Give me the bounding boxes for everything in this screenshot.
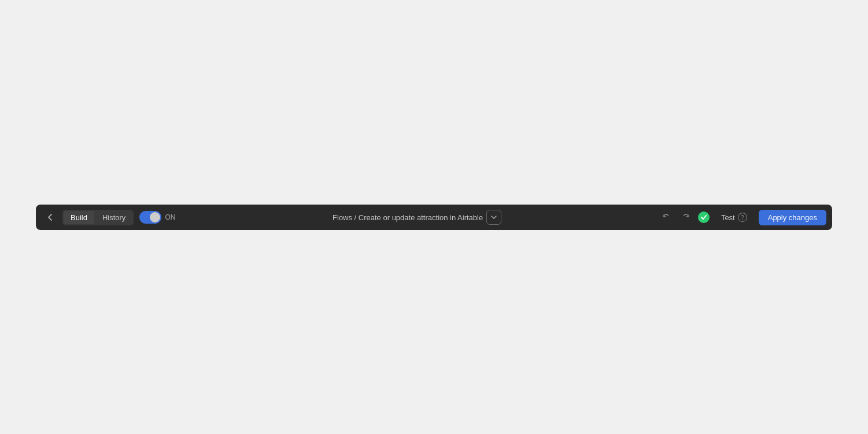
toggle-knob xyxy=(150,212,160,222)
back-button[interactable] xyxy=(42,209,59,226)
tab-group: Build History xyxy=(62,210,134,225)
breadcrumb-expand-button[interactable] xyxy=(486,210,501,225)
tab-history[interactable]: History xyxy=(95,211,132,224)
status-indicator xyxy=(698,212,710,223)
toggle-group: ON xyxy=(139,211,175,224)
redo-button[interactable] xyxy=(677,209,693,225)
on-off-toggle[interactable] xyxy=(139,211,161,224)
test-info-icon[interactable]: ? xyxy=(738,213,747,222)
breadcrumb-text: Flows / Create or update attraction in A… xyxy=(333,213,483,222)
right-controls: Test ? Apply changes xyxy=(659,209,826,225)
apply-changes-button[interactable]: Apply changes xyxy=(759,210,826,225)
breadcrumb-area: Flows / Create or update attraction in A… xyxy=(179,210,655,225)
undo-button[interactable] xyxy=(659,209,675,225)
main-toolbar: Build History ON Flows / Create or updat… xyxy=(36,205,832,230)
test-label: Test xyxy=(721,213,735,222)
test-button[interactable]: Test ? xyxy=(714,210,754,225)
tab-build[interactable]: Build xyxy=(64,211,94,224)
undo-redo-group xyxy=(659,209,693,225)
toggle-label: ON xyxy=(165,213,175,221)
